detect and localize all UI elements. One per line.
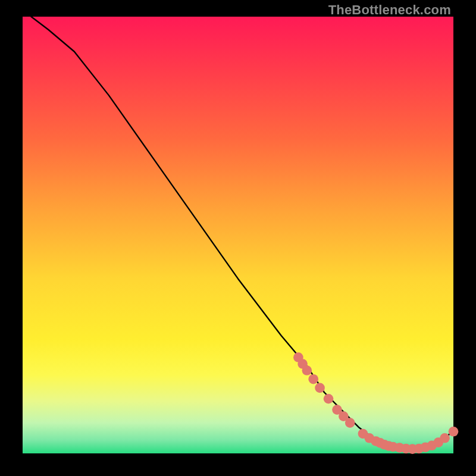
marker-dot [324, 394, 334, 404]
marker-dot [308, 374, 318, 384]
bottleneck-curve [31, 17, 453, 449]
marker-dot [345, 418, 355, 428]
watermark-label: TheBottleneck.com [328, 2, 451, 18]
marker-group [293, 352, 458, 454]
chart-svg [23, 17, 453, 453]
marker-dot [302, 365, 312, 375]
marker-dot [315, 383, 325, 393]
marker-dot [440, 433, 450, 443]
marker-dot [449, 427, 459, 437]
chart-area [23, 17, 453, 453]
